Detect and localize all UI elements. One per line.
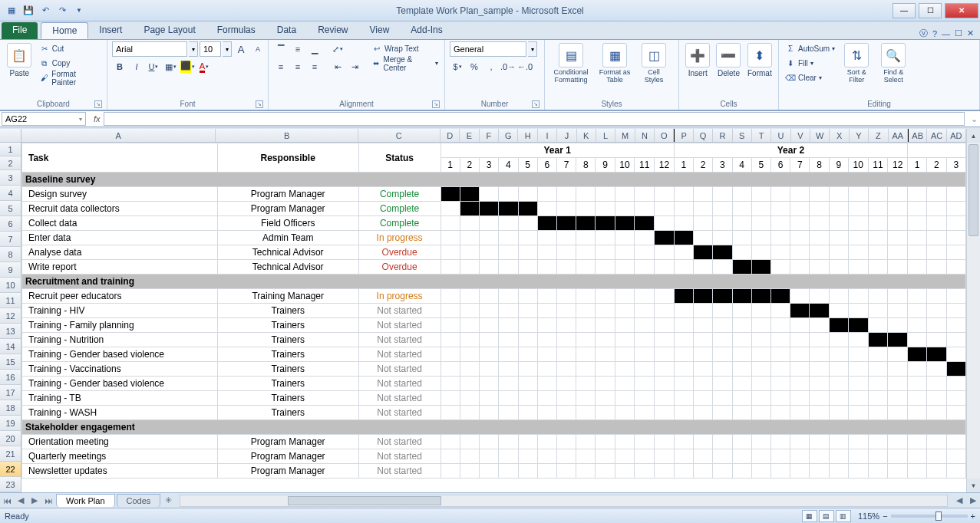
gantt-cell[interactable] <box>829 435 848 449</box>
gantt-cell[interactable] <box>927 231 946 245</box>
gantt-cell[interactable] <box>576 245 596 260</box>
col-header-O[interactable]: O <box>655 129 674 142</box>
gantt-cell[interactable] <box>674 187 693 202</box>
gantt-cell[interactable] <box>655 187 675 202</box>
gantt-cell[interactable] <box>615 187 635 202</box>
gantt-cell[interactable] <box>888 231 908 245</box>
cell-task[interactable]: Training - WASH <box>22 406 218 420</box>
gantt-cell[interactable] <box>596 377 615 391</box>
help-icon[interactable]: ? <box>932 29 937 38</box>
gantt-cell[interactable] <box>635 231 655 245</box>
gantt-cell[interactable] <box>848 391 868 406</box>
gantt-cell[interactable] <box>771 289 790 304</box>
gantt-cell[interactable] <box>694 245 713 260</box>
gantt-cell[interactable] <box>480 464 499 479</box>
col-header-M[interactable]: M <box>615 129 635 142</box>
gantt-cell[interactable] <box>868 347 888 362</box>
gantt-cell[interactable] <box>810 187 829 202</box>
gantt-cell[interactable] <box>732 391 751 406</box>
tab-formulas[interactable]: Formulas <box>206 22 266 39</box>
row-header-4[interactable]: 4 <box>0 186 21 201</box>
gantt-cell[interactable] <box>946 333 965 347</box>
gantt-cell[interactable] <box>635 377 655 391</box>
gantt-cell[interactable] <box>829 304 848 318</box>
gantt-cell[interactable] <box>713 464 732 479</box>
col-header-I[interactable]: I <box>538 129 557 142</box>
format-table-button[interactable]: ▦Format as Table <box>596 41 634 86</box>
gantt-cell[interactable] <box>537 435 556 449</box>
fill-color-button[interactable]: ⬛ <box>180 59 195 74</box>
gantt-cell[interactable] <box>537 202 556 216</box>
gantt-cell[interactable] <box>908 202 927 216</box>
gantt-cell[interactable] <box>946 464 965 479</box>
col-header-S[interactable]: S <box>733 129 752 142</box>
cell-status[interactable]: Not started <box>358 362 441 377</box>
gantt-cell[interactable] <box>655 260 675 275</box>
cell-status[interactable]: Overdue <box>358 245 441 260</box>
gantt-cell[interactable] <box>790 464 810 479</box>
cell-responsible[interactable]: Trainers <box>217 347 358 362</box>
gantt-cell[interactable] <box>946 231 965 245</box>
table-row[interactable]: Training - TBTrainersNot started <box>22 391 966 406</box>
gantt-cell[interactable] <box>441 464 460 479</box>
gantt-cell[interactable] <box>596 391 615 406</box>
gantt-cell[interactable] <box>868 304 888 318</box>
gantt-cell[interactable] <box>499 304 518 318</box>
orientation-button[interactable]: ⤢ <box>330 41 345 57</box>
gantt-cell[interactable] <box>868 449 888 464</box>
gantt-cell[interactable] <box>596 216 615 231</box>
gantt-cell[interactable] <box>674 391 693 406</box>
tab-file[interactable]: File <box>2 22 38 39</box>
gantt-cell[interactable] <box>615 231 635 245</box>
workbook-restore-icon[interactable]: ☐ <box>955 28 962 38</box>
gantt-cell[interactable] <box>615 377 635 391</box>
select-all-corner[interactable] <box>0 129 21 143</box>
gantt-cell[interactable] <box>868 289 888 304</box>
gantt-cell[interactable] <box>537 304 556 318</box>
gantt-cell[interactable] <box>460 260 479 275</box>
increase-indent-button[interactable]: ⇥ <box>347 59 362 74</box>
gantt-cell[interactable] <box>556 318 576 333</box>
gantt-cell[interactable] <box>460 449 479 464</box>
gantt-cell[interactable] <box>499 362 518 377</box>
font-color-button[interactable]: A <box>196 59 212 74</box>
row-header-13[interactable]: 13 <box>0 324 21 339</box>
gantt-cell[interactable] <box>713 347 732 362</box>
table-row[interactable]: Design surveyProgram ManagerComplete <box>22 187 966 202</box>
number-format-select[interactable] <box>450 41 526 57</box>
gantt-cell[interactable] <box>888 464 908 479</box>
col-header-W[interactable]: W <box>810 129 830 142</box>
gantt-cell[interactable] <box>615 304 635 318</box>
gantt-cell[interactable] <box>635 406 655 420</box>
gantt-cell[interactable] <box>556 347 576 362</box>
gantt-cell[interactable] <box>810 245 829 260</box>
gantt-cell[interactable] <box>674 377 693 391</box>
table-row[interactable]: Newsletter updatesProgram ManagerNot sta… <box>22 464 966 479</box>
tab-addins[interactable]: Add-Ins <box>400 22 453 39</box>
gantt-cell[interactable] <box>499 202 518 216</box>
gantt-cell[interactable] <box>596 289 615 304</box>
gantt-cell[interactable] <box>848 318 868 333</box>
table-row[interactable]: Enter dataAdmin TeamIn progress <box>22 231 966 245</box>
new-sheet-icon[interactable]: ✳ <box>161 494 175 508</box>
gantt-cell[interactable] <box>713 406 732 420</box>
row-header-12[interactable]: 12 <box>0 308 21 324</box>
gantt-cell[interactable] <box>810 347 829 362</box>
gantt-cell[interactable] <box>596 202 615 216</box>
gantt-cell[interactable] <box>888 202 908 216</box>
cell-responsible[interactable]: Trainers <box>217 391 358 406</box>
cell-responsible[interactable]: Trainers <box>217 333 358 347</box>
cell-status[interactable]: Complete <box>358 216 441 231</box>
sheet-tab-codes[interactable]: Codes <box>117 494 161 507</box>
cell-status[interactable]: In progress <box>358 289 441 304</box>
gantt-cell[interactable] <box>635 289 655 304</box>
cell-task[interactable]: Collect data <box>22 216 218 231</box>
gantt-cell[interactable] <box>499 289 518 304</box>
gantt-cell[interactable] <box>868 187 888 202</box>
gantt-cell[interactable] <box>480 318 499 333</box>
zoom-knob[interactable] <box>935 511 942 521</box>
gantt-cell[interactable] <box>596 231 615 245</box>
row-header-8[interactable]: 8 <box>0 247 21 262</box>
gantt-cell[interactable] <box>848 347 868 362</box>
gantt-cell[interactable] <box>576 333 596 347</box>
